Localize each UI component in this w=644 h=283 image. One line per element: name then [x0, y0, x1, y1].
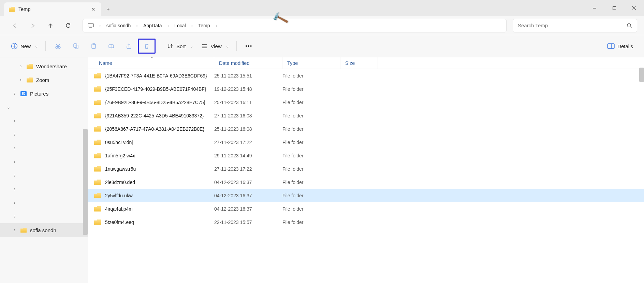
tree-item[interactable]: ›Zoom — [0, 73, 88, 87]
column-date[interactable]: Date modified — [214, 57, 282, 69]
column-size[interactable]: Size — [340, 57, 378, 69]
breadcrumb-item[interactable]: AppData — [142, 22, 163, 30]
share-button[interactable] — [120, 39, 138, 54]
file-row[interactable]: {1BA47F92-7F3A-441E-B0FA-69AD3E6CDF69}25… — [88, 69, 644, 82]
minimize-button[interactable] — [585, 0, 604, 16]
chevron-right-icon[interactable]: › — [12, 214, 17, 219]
more-icon: ••• — [245, 43, 252, 49]
tab-title: Temp — [18, 6, 87, 12]
tree-item[interactable]: › — [0, 182, 88, 196]
chevron-right-icon[interactable]: › — [18, 64, 23, 69]
maximize-button[interactable] — [604, 0, 624, 16]
forward-button[interactable] — [25, 19, 41, 32]
file-row[interactable]: 2le3dzm0.ded04-12-2023 16:37File folder — [88, 175, 644, 189]
file-row[interactable]: 1afm5rg2.w4x29-11-2023 14:49File folder — [88, 149, 644, 162]
folder-icon — [94, 206, 101, 212]
navigation-pane[interactable]: ›Wondershare›Zoom›Pictures⌄›››››››››sofi… — [0, 57, 88, 283]
file-date: 04-12-2023 16:37 — [214, 193, 282, 198]
folder-icon — [94, 166, 101, 172]
chevron-right-icon[interactable]: › — [12, 118, 17, 123]
file-row[interactable]: {76E9B92D-86F9-4B56-8D25-4B5A228E7C75}25… — [88, 96, 644, 109]
breadcrumb-chevron[interactable]: › — [164, 23, 172, 28]
back-button[interactable] — [7, 19, 23, 32]
column-name[interactable]: Name ˄ — [88, 57, 214, 69]
file-type: File folder — [282, 113, 340, 118]
breadcrumb-chevron[interactable]: › — [133, 23, 141, 28]
breadcrumb-item[interactable]: Temp — [197, 22, 211, 30]
column-date-label: Date modified — [219, 60, 249, 66]
tree-item[interactable]: › — [0, 169, 88, 182]
breadcrumb-item[interactable]: sofia sondh — [105, 22, 132, 30]
close-window-button[interactable] — [624, 0, 644, 16]
svg-point-12 — [58, 46, 60, 48]
sort-button[interactable]: Sort ⌄ — [163, 39, 197, 54]
new-tab-button[interactable]: ＋ — [101, 2, 115, 16]
tree-item[interactable]: › — [0, 210, 88, 223]
chevron-right-icon[interactable]: › — [18, 77, 23, 82]
paste-button[interactable] — [85, 39, 102, 54]
breadcrumb-chevron[interactable]: › — [96, 23, 104, 28]
chevron-right-icon[interactable]: › — [12, 173, 17, 178]
file-row[interactable]: 0su5hc1v.dnj27-11-2023 17:22File folder — [88, 136, 644, 149]
new-button[interactable]: New ⌄ — [7, 39, 42, 54]
file-row[interactable]: 4irqa4al.p4m04-12-2023 16:37File folder — [88, 202, 644, 215]
chevron-right-icon[interactable]: › — [12, 132, 17, 137]
tree-item[interactable]: › — [0, 114, 88, 128]
file-row[interactable]: {2056A867-A717-47A0-A381-A042EB272B0E}25… — [88, 122, 644, 136]
tree-item[interactable]: › — [0, 155, 88, 169]
tree-item[interactable]: ›Wondershare — [0, 59, 88, 73]
chevron-right-icon[interactable]: › — [12, 91, 17, 96]
svg-rect-1 — [613, 6, 616, 10]
tree-item[interactable]: › — [0, 141, 88, 155]
file-name: 2le3dzm0.ded — [105, 180, 135, 185]
column-type[interactable]: Type — [282, 57, 340, 69]
file-date: 25-11-2023 16:11 — [214, 100, 282, 105]
file-row[interactable]: {921AB359-222C-4425-A3D5-4BE491083372}27… — [88, 109, 644, 122]
breadcrumb-item[interactable]: Local — [173, 22, 187, 30]
svg-rect-19 — [109, 45, 114, 48]
chevron-right-icon[interactable]: › — [12, 228, 17, 232]
search-input[interactable] — [518, 23, 627, 28]
chevron-down-icon[interactable]: ⌄ — [6, 105, 11, 110]
up-button[interactable] — [42, 19, 59, 32]
delete-button[interactable] — [138, 39, 156, 54]
cut-button[interactable] — [49, 39, 67, 54]
chevron-right-icon[interactable]: › — [12, 146, 17, 151]
file-row[interactable]: {25F3ECED-4179-4029-B9B5-ABE071F404BF}19… — [88, 82, 644, 96]
breadcrumb-bar[interactable]: › sofia sondh › AppData › Local › Temp › — [83, 19, 507, 32]
copy-button[interactable] — [67, 39, 85, 54]
tree-item[interactable]: ›Pictures — [0, 87, 88, 100]
file-name: {1BA47F92-7F3A-441E-B0FA-69AD3E6CDF69} — [105, 73, 207, 79]
window-tab[interactable]: Temp ✕ — [4, 2, 101, 16]
sidebar-scrollbar[interactable] — [83, 129, 88, 235]
tree-item[interactable]: ›sofia sondh — [0, 223, 88, 237]
content-scrollbar[interactable] — [639, 68, 644, 82]
chevron-right-icon[interactable]: › — [12, 159, 17, 164]
chevron-down-icon: ⌄ — [190, 44, 193, 48]
rename-button[interactable] — [102, 39, 120, 54]
search-box[interactable] — [513, 19, 637, 32]
file-date: 25-11-2023 15:51 — [214, 73, 282, 79]
file-date: 04-12-2023 16:37 — [214, 206, 282, 212]
refresh-button[interactable] — [60, 19, 76, 32]
chevron-right-icon[interactable]: › — [12, 200, 17, 205]
view-button[interactable]: View ⌄ — [197, 39, 233, 54]
breadcrumb-chevron[interactable]: › — [188, 23, 196, 28]
search-icon[interactable] — [627, 23, 632, 28]
sort-icon — [167, 43, 174, 49]
chevron-right-icon[interactable]: › — [12, 187, 17, 192]
tree-item[interactable]: › — [0, 196, 88, 210]
tree-item[interactable]: › — [0, 128, 88, 141]
more-button[interactable]: ••• — [240, 39, 258, 54]
tree-item-label: sofia sondh — [30, 227, 56, 233]
file-row[interactable]: 5tze0fm4.eeq22-11-2023 15:57File folder — [88, 215, 644, 229]
column-name-label: Name — [99, 60, 112, 66]
file-row[interactable]: 2y5vlfdu.ukw04-12-2023 16:37File folder — [88, 189, 644, 202]
this-pc-icon[interactable] — [86, 23, 95, 28]
close-tab-button[interactable]: ✕ — [90, 6, 97, 12]
breadcrumb-chevron[interactable]: › — [212, 23, 220, 28]
file-row[interactable]: 1nuwgaws.r5u27-11-2023 17:22File folder — [88, 162, 644, 175]
new-label: New — [20, 43, 31, 49]
details-pane-button[interactable]: Details — [603, 39, 637, 54]
tree-item[interactable]: ⌄ — [0, 100, 88, 114]
